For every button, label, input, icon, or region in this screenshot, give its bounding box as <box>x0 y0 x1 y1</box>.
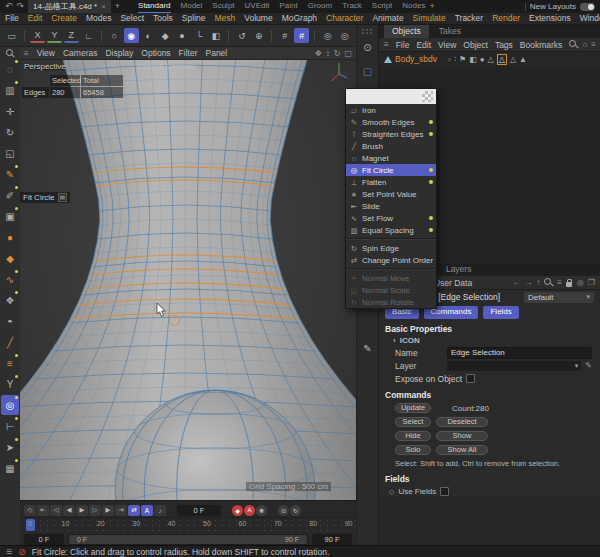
menu-tracker[interactable]: Tracker <box>455 13 484 24</box>
edge-cut-tool[interactable]: ▦ <box>1 458 19 478</box>
menu-render[interactable]: Render <box>492 13 520 24</box>
menu-simulate[interactable]: Simulate <box>413 13 446 24</box>
keying-settings-button[interactable]: ❋ <box>256 505 267 516</box>
menu-item-iron[interactable]: ▱Iron <box>346 104 436 116</box>
goto-start-button[interactable]: ⇤ <box>37 505 49 516</box>
menu-file[interactable]: File <box>5 13 19 24</box>
solo-button[interactable]: Solo <box>395 445 431 455</box>
home-icon[interactable]: ⌂ <box>582 40 587 49</box>
lock-z-axis[interactable]: Z <box>64 28 79 43</box>
axis-modification-icon[interactable]: ⊕ <box>251 28 266 43</box>
undo-icon[interactable]: ↶ <box>5 1 13 12</box>
play-button[interactable]: ▶ <box>76 505 88 516</box>
menu-extensions[interactable]: Extensions <box>529 13 571 24</box>
texture-mode-icon[interactable]: ◧ <box>208 28 223 43</box>
menu-select[interactable]: Select <box>120 13 144 24</box>
current-frame-field[interactable]: 0 F <box>177 505 221 516</box>
objects-menu-object[interactable]: Object <box>463 40 488 50</box>
projection-label[interactable]: Perspective <box>24 62 66 71</box>
objects-menu-tags[interactable]: Tags <box>495 40 513 50</box>
fit-circle-tool[interactable]: ◎ <box>1 395 19 415</box>
menu-spline[interactable]: Spline <box>182 13 206 24</box>
viewport-menu-icon[interactable]: ≡ <box>24 49 29 58</box>
orbit-view-icon[interactable]: ↻ <box>334 49 341 58</box>
layer-dropdown[interactable]: ▾ <box>447 361 581 371</box>
tag-edit-icon[interactable]: ✎ <box>359 340 376 357</box>
visibility-dots-icon[interactable]: ∶ <box>454 55 456 64</box>
display-tag-icon[interactable]: ◧ <box>469 55 477 64</box>
menu-mesh[interactable]: Mesh <box>215 13 236 24</box>
popout-icon[interactable]: ❐ <box>588 278 595 287</box>
attributes-menu-user-data[interactable]: User Data <box>434 278 472 288</box>
prev-key-button[interactable]: ◁ <box>50 505 62 516</box>
show-all-button[interactable]: Show All <box>436 445 488 455</box>
polygon-pen-tool[interactable]: ∿ <box>1 269 19 289</box>
redo-icon[interactable]: ↷ <box>17 1 25 12</box>
lock-icon[interactable] <box>566 279 573 287</box>
menu-item-spin-edge[interactable]: ↻Spin Edge <box>346 242 436 254</box>
icon-section-row[interactable]: › ICON <box>379 335 600 346</box>
target-icon[interactable]: ◎ <box>577 278 584 287</box>
range-start-field[interactable]: 0 F <box>24 534 64 545</box>
update-button[interactable]: Update <box>395 403 431 413</box>
layout-tab-track[interactable]: Track <box>342 0 362 12</box>
next-frame-button[interactable]: ▷ <box>89 505 101 516</box>
filter-icon[interactable]: ≡ <box>557 278 562 287</box>
zoom-tool[interactable] <box>6 49 15 58</box>
edge-selection-tag-icon[interactable]: △ <box>497 54 507 65</box>
range-end-field[interactable]: 90 F <box>312 534 352 545</box>
slide-tool[interactable]: ⊢ <box>1 416 19 436</box>
record-position-button[interactable]: ⊙ <box>278 505 289 516</box>
select-button[interactable]: Select <box>395 417 431 427</box>
live-selection-tool[interactable]: ◌ <box>1 59 19 79</box>
document-tab[interactable]: 14-晶格工具.c4d * × <box>28 0 111 13</box>
lock-y-axis[interactable]: Y <box>47 28 62 43</box>
cage-tool[interactable]: ❖ <box>1 290 19 310</box>
objects-menu-edit[interactable]: Edit <box>416 40 431 50</box>
menu-volume[interactable]: Volume <box>244 13 272 24</box>
selection-tag-icon[interactable]: △ <box>510 55 516 64</box>
up-icon[interactable]: ↑ <box>536 278 540 287</box>
menu-item-magnet[interactable]: ∩Magnet <box>346 152 436 164</box>
object-row[interactable]: Body_sbdv ▫∶⚑◧●△△△▲ <box>379 52 600 66</box>
camera-label[interactable]: Default Camera ⊙ <box>138 62 203 71</box>
range-track[interactable]: 0 F 90 F <box>68 534 308 545</box>
expander-icon[interactable]: › <box>393 336 396 346</box>
axis-icon[interactable]: ⊙ <box>359 39 376 56</box>
layout-tab-uvedit[interactable]: UVEdit <box>245 0 270 12</box>
timeline-ruler[interactable]: 0102030405060708090 <box>20 517 356 532</box>
tab-fields[interactable]: Fields <box>483 306 518 319</box>
back-icon[interactable]: ← <box>512 278 520 287</box>
edge-mode-icon[interactable]: ◐ <box>141 28 156 43</box>
record-keyframe-button[interactable]: ◆ <box>232 505 243 516</box>
menu-character[interactable]: Character <box>326 13 363 24</box>
menu-tools[interactable]: Tools <box>153 13 173 24</box>
workplane-snap-icon[interactable]: ◎ <box>337 28 352 43</box>
name-input[interactable] <box>447 347 592 359</box>
objects-menu-file[interactable]: File <box>396 40 410 50</box>
deselect-button[interactable]: Deselect <box>436 417 488 427</box>
autokey-button[interactable]: A <box>244 505 255 516</box>
viewport-menu-display[interactable]: Display <box>105 48 133 58</box>
knife-tool[interactable]: ╱ <box>1 332 19 352</box>
weld-tool[interactable]: Y <box>1 374 19 394</box>
snap-enabled-icon[interactable]: # <box>294 28 309 43</box>
loop-mode-button[interactable]: ⇄ <box>128 505 140 516</box>
viewport-menu-view[interactable]: View <box>37 48 55 58</box>
status-menu-icon[interactable]: ☰ <box>6 548 12 556</box>
menu-item-change-point-order[interactable]: ⇄Change Point Order <box>346 254 436 266</box>
search-icon[interactable] <box>544 278 553 287</box>
lock-x-axis[interactable]: X <box>30 28 45 43</box>
flag-tag-icon[interactable]: ⚑ <box>459 55 466 64</box>
pen-tool[interactable]: ✎ <box>1 164 19 184</box>
viewport-menu-cameras[interactable]: Cameras <box>63 48 97 58</box>
edit-layer-icon[interactable]: ✎ <box>585 361 592 370</box>
polygon-tag-icon[interactable]: ▲ <box>519 55 527 64</box>
quantize-icon[interactable]: ◎ <box>320 28 335 43</box>
render-settings-icon[interactable]: ▭ <box>4 28 19 43</box>
enable-axis-icon[interactable]: ↺ <box>234 28 249 43</box>
new-layouts-button[interactable]: New Layouts <box>530 2 576 11</box>
frame-select-tool[interactable]: ▣ <box>1 206 19 226</box>
layout-tab-paint[interactable]: Paint <box>279 0 297 12</box>
menu-item-smooth-edges[interactable]: ✎Smooth Edges <box>346 116 436 128</box>
